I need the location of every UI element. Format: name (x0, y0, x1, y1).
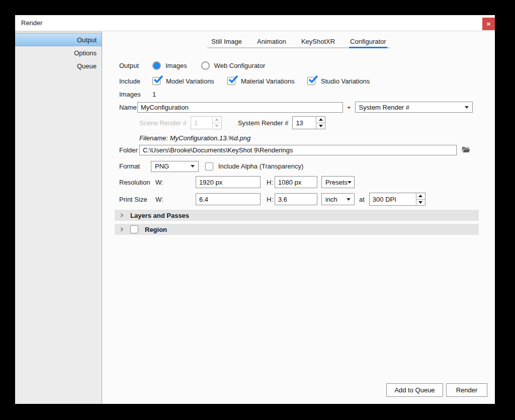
spin-up-icon (213, 117, 221, 123)
tab-animation[interactable]: Animation (256, 35, 287, 48)
print-size-w-label: W: (155, 196, 163, 203)
spin-down-icon[interactable] (316, 123, 325, 129)
resolution-label: Resolution (119, 179, 155, 186)
scene-render-label: Scene Render # (139, 119, 187, 127)
print-size-h-label: H: (267, 196, 275, 203)
output-label: Output (119, 62, 152, 69)
images-radio[interactable] (152, 61, 161, 70)
web-configurator-label: Web Configurator (214, 62, 266, 69)
close-icon: × (487, 20, 491, 28)
material-variations-label: Material Variations (241, 77, 307, 85)
render-dialog: Render × Output Options Queue Still Imag… (15, 15, 495, 404)
scene-render-spinner: 1 (191, 116, 222, 129)
name-suffix-dropdown[interactable]: System Render # (355, 102, 473, 113)
chevron-down-icon (348, 181, 352, 184)
folder-row: Folder (119, 144, 470, 155)
resolution-h-label: H: (267, 179, 275, 186)
folder-browse-icon[interactable] (462, 146, 470, 154)
spin-up-icon[interactable] (416, 193, 425, 200)
format-label: Format (119, 162, 151, 170)
window-title: Render (21, 19, 43, 27)
spin-down-icon (213, 123, 221, 129)
layers-and-passes-section[interactable]: Layers and Passes (115, 210, 479, 221)
print-at-label: at (359, 196, 365, 203)
chevron-right-icon[interactable] (119, 213, 123, 217)
close-button[interactable]: × (482, 18, 495, 30)
web-configurator-radio[interactable] (201, 61, 210, 70)
layers-and-passes-label: Layers and Passes (130, 212, 189, 219)
filename-preview: Filename: MyConfiguration.13.%d.png (139, 134, 250, 142)
name-plus: + (347, 104, 351, 111)
dpi-spinner[interactable]: 300 DPI (369, 193, 425, 206)
sidebar: Output Options Queue (15, 32, 102, 404)
name-label: Name (119, 104, 137, 111)
model-variations-checkbox[interactable] (152, 77, 160, 85)
resolution-presets-dropdown[interactable]: Presets (321, 176, 355, 188)
filename-row: Filename: MyConfiguration.13.%d.png (139, 133, 250, 142)
format-dropdown[interactable]: PNG (151, 161, 199, 172)
sidebar-item-queue[interactable]: Queue (15, 59, 102, 72)
print-unit-dropdown[interactable]: inch (321, 193, 355, 205)
include-label: Include (119, 77, 152, 85)
sidebar-item-options[interactable]: Options (15, 46, 102, 59)
footer-actions: Add to Queue Render (386, 383, 487, 397)
folder-input[interactable] (139, 145, 457, 155)
region-section[interactable]: Region (115, 224, 479, 235)
sidebar-item-output[interactable]: Output (15, 33, 102, 46)
include-row: Include Model Variations Material Variat… (119, 75, 370, 87)
images-count-label: Images (119, 91, 152, 98)
render-number-row: Scene Render # 1 System Render # 13 (139, 116, 325, 130)
spin-down-icon[interactable] (416, 200, 425, 206)
studio-variations-label: Studio Variations (321, 77, 370, 85)
tab-keyshotxr[interactable]: KeyShotXR (300, 35, 336, 48)
name-input[interactable] (137, 102, 343, 113)
chevron-down-icon (465, 106, 469, 109)
tab-still-image[interactable]: Still Image (210, 35, 243, 48)
output-row: Output Images Web Configurator (119, 60, 265, 71)
region-checkbox[interactable] (130, 225, 138, 233)
name-row: Name + System Render # (119, 102, 473, 113)
system-render-label: System Render # (238, 119, 288, 127)
print-size-row: Print Size W: H: inch at 300 DPI (119, 193, 425, 206)
print-width-input[interactable] (196, 193, 261, 205)
render-button[interactable]: Render (446, 383, 487, 397)
resolution-height-input[interactable] (275, 176, 317, 188)
system-render-spinner[interactable]: 13 (292, 116, 325, 129)
include-alpha-checkbox[interactable] (205, 162, 213, 171)
print-height-input[interactable] (275, 193, 317, 205)
chevron-down-icon (191, 165, 195, 167)
include-alpha-label: Include Alpha (Transparency) (218, 162, 303, 170)
spin-up-icon[interactable] (316, 117, 325, 123)
resolution-row: Resolution W: H: Presets (119, 176, 355, 188)
images-count-value: 1 (152, 91, 156, 98)
region-label: Region (145, 226, 167, 233)
format-row: Format PNG Include Alpha (Transparency) (119, 160, 303, 172)
resolution-w-label: W: (155, 179, 163, 186)
resolution-width-input[interactable] (196, 176, 261, 188)
chevron-down-icon (347, 198, 351, 201)
tab-configurator[interactable]: Configurator (349, 35, 387, 48)
folder-label: Folder (119, 146, 139, 154)
print-size-label: Print Size (119, 196, 155, 203)
main-panel: Still Image Animation KeyShotXR Configur… (103, 32, 495, 404)
add-to-queue-button[interactable]: Add to Queue (386, 383, 443, 397)
material-variations-checkbox[interactable] (227, 77, 235, 85)
tab-bar: Still Image Animation KeyShotXR Configur… (103, 35, 495, 48)
images-count-row: Images 1 (119, 89, 156, 99)
title-bar: Render × (15, 15, 495, 31)
chevron-right-icon[interactable] (119, 227, 123, 231)
model-variations-label: Model Variations (166, 77, 227, 85)
studio-variations-checkbox[interactable] (307, 77, 315, 85)
images-radio-label: Images (165, 62, 187, 69)
